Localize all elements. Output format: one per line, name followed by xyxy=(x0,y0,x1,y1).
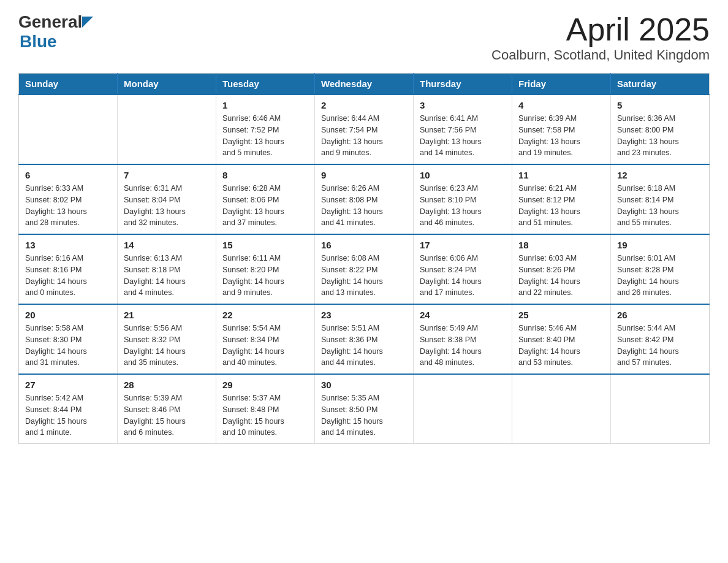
day-number: 25 xyxy=(518,310,604,320)
day-info: Sunrise: 6:21 AM Sunset: 8:12 PM Dayligh… xyxy=(518,183,604,229)
calendar-cell: 7Sunrise: 6:31 AM Sunset: 8:04 PM Daylig… xyxy=(118,164,216,234)
day-info: Sunrise: 6:41 AM Sunset: 7:56 PM Dayligh… xyxy=(420,113,506,159)
month-title: April 2025 xyxy=(491,12,710,47)
day-info: Sunrise: 5:51 AM Sunset: 8:36 PM Dayligh… xyxy=(321,323,407,369)
day-number: 20 xyxy=(25,310,111,320)
day-number: 12 xyxy=(617,170,703,180)
calendar-cell: 25Sunrise: 5:46 AM Sunset: 8:40 PM Dayli… xyxy=(512,304,611,374)
day-number: 26 xyxy=(617,310,703,320)
day-info: Sunrise: 6:11 AM Sunset: 8:20 PM Dayligh… xyxy=(222,253,308,299)
calendar-cell: 16Sunrise: 6:08 AM Sunset: 8:22 PM Dayli… xyxy=(315,234,414,304)
day-info: Sunrise: 6:16 AM Sunset: 8:16 PM Dayligh… xyxy=(25,253,111,299)
day-number: 28 xyxy=(124,380,210,390)
week-row-2: 6Sunrise: 6:33 AM Sunset: 8:02 PM Daylig… xyxy=(19,164,710,234)
day-info: Sunrise: 5:35 AM Sunset: 8:50 PM Dayligh… xyxy=(321,393,407,439)
day-info: Sunrise: 5:37 AM Sunset: 8:48 PM Dayligh… xyxy=(222,393,308,439)
header-friday: Friday xyxy=(512,74,611,95)
day-info: Sunrise: 5:39 AM Sunset: 8:46 PM Dayligh… xyxy=(124,393,210,439)
day-number: 22 xyxy=(222,310,308,320)
day-info: Sunrise: 5:58 AM Sunset: 8:30 PM Dayligh… xyxy=(25,323,111,369)
logo-blue-text: Blue xyxy=(20,32,93,52)
header-saturday: Saturday xyxy=(611,74,710,95)
day-number: 23 xyxy=(321,310,407,320)
day-number: 24 xyxy=(420,310,506,320)
calendar-cell: 30Sunrise: 5:35 AM Sunset: 8:50 PM Dayli… xyxy=(315,374,414,444)
logo: General Blue xyxy=(18,12,93,52)
calendar-header: SundayMondayTuesdayWednesdayThursdayFrid… xyxy=(19,74,710,95)
calendar-cell xyxy=(611,374,710,444)
calendar-cell xyxy=(19,94,118,164)
day-info: Sunrise: 6:33 AM Sunset: 8:02 PM Dayligh… xyxy=(25,183,111,229)
day-number: 1 xyxy=(222,100,308,110)
day-info: Sunrise: 5:42 AM Sunset: 8:44 PM Dayligh… xyxy=(25,393,111,439)
calendar-cell: 3Sunrise: 6:41 AM Sunset: 7:56 PM Daylig… xyxy=(414,94,512,164)
day-number: 10 xyxy=(420,170,506,180)
calendar-table: SundayMondayTuesdayWednesdayThursdayFrid… xyxy=(18,73,710,444)
day-info: Sunrise: 6:08 AM Sunset: 8:22 PM Dayligh… xyxy=(321,253,407,299)
calendar-cell: 26Sunrise: 5:44 AM Sunset: 8:42 PM Dayli… xyxy=(611,304,710,374)
calendar-cell: 17Sunrise: 6:06 AM Sunset: 8:24 PM Dayli… xyxy=(414,234,512,304)
calendar-body: 1Sunrise: 6:46 AM Sunset: 7:52 PM Daylig… xyxy=(19,94,710,444)
header-monday: Monday xyxy=(118,74,216,95)
calendar-cell: 21Sunrise: 5:56 AM Sunset: 8:32 PM Dayli… xyxy=(118,304,216,374)
day-number: 13 xyxy=(25,240,111,250)
day-info: Sunrise: 6:39 AM Sunset: 7:58 PM Dayligh… xyxy=(518,113,604,159)
calendar-cell: 2Sunrise: 6:44 AM Sunset: 7:54 PM Daylig… xyxy=(315,94,414,164)
calendar-cell: 29Sunrise: 5:37 AM Sunset: 8:48 PM Dayli… xyxy=(216,374,315,444)
day-info: Sunrise: 5:54 AM Sunset: 8:34 PM Dayligh… xyxy=(222,323,308,369)
day-number: 5 xyxy=(617,100,703,110)
calendar-cell: 9Sunrise: 6:26 AM Sunset: 8:08 PM Daylig… xyxy=(315,164,414,234)
day-info: Sunrise: 6:31 AM Sunset: 8:04 PM Dayligh… xyxy=(124,183,210,229)
calendar-cell xyxy=(118,94,216,164)
week-row-3: 13Sunrise: 6:16 AM Sunset: 8:16 PM Dayli… xyxy=(19,234,710,304)
calendar-cell xyxy=(512,374,611,444)
week-row-4: 20Sunrise: 5:58 AM Sunset: 8:30 PM Dayli… xyxy=(19,304,710,374)
calendar-cell: 1Sunrise: 6:46 AM Sunset: 7:52 PM Daylig… xyxy=(216,94,315,164)
day-number: 29 xyxy=(222,380,308,390)
day-info: Sunrise: 6:28 AM Sunset: 8:06 PM Dayligh… xyxy=(222,183,308,229)
calendar-cell: 13Sunrise: 6:16 AM Sunset: 8:16 PM Dayli… xyxy=(19,234,118,304)
day-info: Sunrise: 5:44 AM Sunset: 8:42 PM Dayligh… xyxy=(617,323,703,369)
day-number: 14 xyxy=(124,240,210,250)
day-number: 9 xyxy=(321,170,407,180)
header-thursday: Thursday xyxy=(414,74,512,95)
day-number: 16 xyxy=(321,240,407,250)
day-number: 21 xyxy=(124,310,210,320)
day-number: 27 xyxy=(25,380,111,390)
day-info: Sunrise: 5:56 AM Sunset: 8:32 PM Dayligh… xyxy=(124,323,210,369)
calendar-cell: 23Sunrise: 5:51 AM Sunset: 8:36 PM Dayli… xyxy=(315,304,414,374)
calendar-cell: 12Sunrise: 6:18 AM Sunset: 8:14 PM Dayli… xyxy=(611,164,710,234)
day-info: Sunrise: 6:06 AM Sunset: 8:24 PM Dayligh… xyxy=(420,253,506,299)
day-number: 2 xyxy=(321,100,407,110)
svg-marker-0 xyxy=(82,17,93,28)
day-info: Sunrise: 6:18 AM Sunset: 8:14 PM Dayligh… xyxy=(617,183,703,229)
title-area: April 2025 Coalburn, Scotland, United Ki… xyxy=(491,12,710,63)
day-number: 4 xyxy=(518,100,604,110)
calendar-cell: 18Sunrise: 6:03 AM Sunset: 8:26 PM Dayli… xyxy=(512,234,611,304)
calendar-cell: 22Sunrise: 5:54 AM Sunset: 8:34 PM Dayli… xyxy=(216,304,315,374)
page-header: General Blue April 2025 Coalburn, Scotla… xyxy=(18,12,710,63)
calendar-cell: 28Sunrise: 5:39 AM Sunset: 8:46 PM Dayli… xyxy=(118,374,216,444)
day-number: 11 xyxy=(518,170,604,180)
calendar-cell: 6Sunrise: 6:33 AM Sunset: 8:02 PM Daylig… xyxy=(19,164,118,234)
day-info: Sunrise: 6:23 AM Sunset: 8:10 PM Dayligh… xyxy=(420,183,506,229)
day-info: Sunrise: 6:13 AM Sunset: 8:18 PM Dayligh… xyxy=(124,253,210,299)
day-number: 15 xyxy=(222,240,308,250)
day-number: 30 xyxy=(321,380,407,390)
calendar-cell: 27Sunrise: 5:42 AM Sunset: 8:44 PM Dayli… xyxy=(19,374,118,444)
day-number: 17 xyxy=(420,240,506,250)
calendar-cell: 11Sunrise: 6:21 AM Sunset: 8:12 PM Dayli… xyxy=(512,164,611,234)
day-info: Sunrise: 5:46 AM Sunset: 8:40 PM Dayligh… xyxy=(518,323,604,369)
week-row-5: 27Sunrise: 5:42 AM Sunset: 8:44 PM Dayli… xyxy=(19,374,710,444)
calendar-cell: 24Sunrise: 5:49 AM Sunset: 8:38 PM Dayli… xyxy=(414,304,512,374)
day-info: Sunrise: 6:44 AM Sunset: 7:54 PM Dayligh… xyxy=(321,113,407,159)
logo-arrow-icon xyxy=(82,17,93,28)
calendar-cell: 14Sunrise: 6:13 AM Sunset: 8:18 PM Dayli… xyxy=(118,234,216,304)
day-info: Sunrise: 6:46 AM Sunset: 7:52 PM Dayligh… xyxy=(222,113,308,159)
calendar-cell: 10Sunrise: 6:23 AM Sunset: 8:10 PM Dayli… xyxy=(414,164,512,234)
week-row-1: 1Sunrise: 6:46 AM Sunset: 7:52 PM Daylig… xyxy=(19,94,710,164)
calendar-cell xyxy=(414,374,512,444)
day-number: 3 xyxy=(420,100,506,110)
calendar-cell: 19Sunrise: 6:01 AM Sunset: 8:28 PM Dayli… xyxy=(611,234,710,304)
header-wednesday: Wednesday xyxy=(315,74,414,95)
